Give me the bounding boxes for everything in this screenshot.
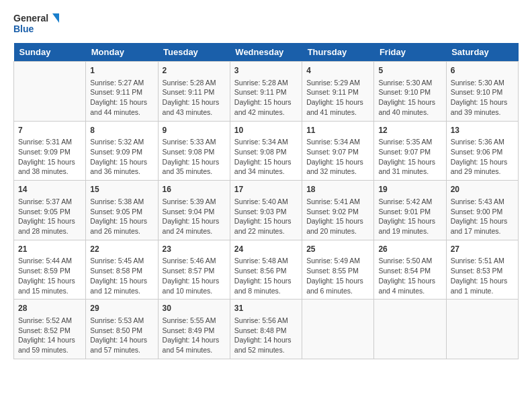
- weekday-header-cell: Thursday: [302, 43, 374, 62]
- day-info: Sunrise: 5:30 AM Sunset: 9:10 PM Dayligh…: [378, 78, 441, 118]
- day-info: Sunrise: 5:44 AM Sunset: 8:59 PM Dayligh…: [18, 256, 81, 295]
- calendar-day-cell: 18Sunrise: 5:41 AM Sunset: 9:02 PM Dayli…: [302, 181, 374, 240]
- day-info: Sunrise: 5:38 AM Sunset: 9:05 PM Dayligh…: [90, 197, 153, 236]
- day-number: 31: [234, 303, 298, 314]
- svg-text:General: General: [13, 13, 48, 24]
- calendar-day-cell: 2Sunrise: 5:28 AM Sunset: 9:11 PM Daylig…: [158, 62, 230, 122]
- weekday-header-cell: Friday: [374, 43, 446, 62]
- day-info: Sunrise: 5:51 AM Sunset: 8:53 PM Dayligh…: [451, 256, 514, 295]
- calendar-day-cell: 31Sunrise: 5:56 AM Sunset: 8:48 PM Dayli…: [230, 300, 302, 359]
- calendar-week-row: 14Sunrise: 5:37 AM Sunset: 9:05 PM Dayli…: [14, 181, 519, 240]
- day-number: 7: [18, 125, 81, 136]
- day-number: 22: [90, 244, 153, 255]
- calendar-day-cell: 11Sunrise: 5:34 AM Sunset: 9:07 PM Dayli…: [302, 121, 374, 181]
- day-number: 20: [451, 184, 514, 195]
- weekday-header-row: SundayMondayTuesdayWednesdayThursdayFrid…: [14, 43, 519, 62]
- calendar-day-cell: 27Sunrise: 5:51 AM Sunset: 8:53 PM Dayli…: [446, 240, 518, 300]
- day-info: Sunrise: 5:50 AM Sunset: 8:54 PM Dayligh…: [378, 256, 441, 295]
- calendar-day-cell: [14, 62, 86, 122]
- calendar-day-cell: 30Sunrise: 5:55 AM Sunset: 8:49 PM Dayli…: [158, 300, 230, 359]
- day-info: Sunrise: 5:52 AM Sunset: 8:52 PM Dayligh…: [18, 316, 81, 355]
- weekday-header-cell: Wednesday: [230, 43, 302, 62]
- calendar-day-cell: 24Sunrise: 5:48 AM Sunset: 8:56 PM Dayli…: [230, 240, 302, 300]
- day-number: 21: [18, 244, 81, 255]
- day-number: 6: [451, 65, 514, 77]
- calendar-day-cell: 6Sunrise: 5:30 AM Sunset: 9:10 PM Daylig…: [446, 62, 518, 122]
- calendar-day-cell: 9Sunrise: 5:33 AM Sunset: 9:08 PM Daylig…: [158, 121, 230, 181]
- day-info: Sunrise: 5:30 AM Sunset: 9:10 PM Dayligh…: [451, 78, 514, 118]
- day-info: Sunrise: 5:27 AM Sunset: 9:11 PM Dayligh…: [90, 78, 153, 118]
- day-number: 9: [163, 125, 226, 136]
- weekday-header-cell: Monday: [86, 43, 158, 62]
- weekday-header-cell: Saturday: [446, 43, 518, 62]
- day-info: Sunrise: 5:46 AM Sunset: 8:57 PM Dayligh…: [163, 256, 226, 295]
- logo: General Blue: [13, 11, 60, 38]
- day-number: 24: [234, 244, 298, 255]
- svg-marker-2: [52, 13, 59, 23]
- calendar-table: SundayMondayTuesdayWednesdayThursdayFrid…: [13, 43, 519, 359]
- weekday-header-cell: Tuesday: [158, 43, 230, 62]
- day-number: 11: [306, 125, 369, 136]
- calendar-day-cell: 23Sunrise: 5:46 AM Sunset: 8:57 PM Dayli…: [158, 240, 230, 300]
- day-number: 10: [234, 125, 298, 136]
- page-header: General Blue: [13, 11, 519, 38]
- day-number: 29: [90, 303, 153, 314]
- day-info: Sunrise: 5:39 AM Sunset: 9:04 PM Dayligh…: [163, 197, 226, 236]
- calendar-day-cell: 4Sunrise: 5:29 AM Sunset: 9:11 PM Daylig…: [302, 62, 374, 122]
- day-number: 13: [451, 125, 514, 136]
- day-number: 26: [378, 244, 441, 255]
- calendar-day-cell: 13Sunrise: 5:36 AM Sunset: 9:06 PM Dayli…: [446, 121, 518, 181]
- calendar-day-cell: 14Sunrise: 5:37 AM Sunset: 9:05 PM Dayli…: [14, 181, 86, 240]
- calendar-week-row: 1Sunrise: 5:27 AM Sunset: 9:11 PM Daylig…: [14, 62, 519, 122]
- day-number: 14: [18, 184, 81, 195]
- weekday-header-cell: Sunday: [14, 43, 86, 62]
- calendar-day-cell: 1Sunrise: 5:27 AM Sunset: 9:11 PM Daylig…: [86, 62, 158, 122]
- day-number: 5: [378, 65, 441, 77]
- day-info: Sunrise: 5:34 AM Sunset: 9:08 PM Dayligh…: [234, 137, 298, 177]
- calendar-day-cell: 28Sunrise: 5:52 AM Sunset: 8:52 PM Dayli…: [14, 300, 86, 359]
- day-info: Sunrise: 5:48 AM Sunset: 8:56 PM Dayligh…: [234, 256, 298, 295]
- day-info: Sunrise: 5:53 AM Sunset: 8:50 PM Dayligh…: [90, 316, 153, 355]
- day-info: Sunrise: 5:31 AM Sunset: 9:09 PM Dayligh…: [18, 137, 81, 177]
- calendar-day-cell: [302, 300, 374, 359]
- day-info: Sunrise: 5:28 AM Sunset: 9:11 PM Dayligh…: [234, 78, 298, 118]
- calendar-day-cell: [374, 300, 446, 359]
- calendar-day-cell: 25Sunrise: 5:49 AM Sunset: 8:55 PM Dayli…: [302, 240, 374, 300]
- calendar-week-row: 21Sunrise: 5:44 AM Sunset: 8:59 PM Dayli…: [14, 240, 519, 300]
- calendar-day-cell: 7Sunrise: 5:31 AM Sunset: 9:09 PM Daylig…: [14, 121, 86, 181]
- day-info: Sunrise: 5:45 AM Sunset: 8:58 PM Dayligh…: [90, 256, 153, 295]
- day-number: 2: [163, 65, 226, 77]
- day-number: 27: [451, 244, 514, 255]
- day-number: 1: [90, 65, 153, 77]
- day-number: 16: [163, 184, 226, 195]
- day-number: 19: [378, 184, 441, 195]
- day-number: 23: [163, 244, 226, 255]
- day-number: 4: [306, 65, 369, 77]
- day-number: 12: [378, 125, 441, 136]
- day-info: Sunrise: 5:36 AM Sunset: 9:06 PM Dayligh…: [451, 137, 514, 177]
- logo-svg: General Blue: [13, 11, 60, 38]
- calendar-day-cell: 3Sunrise: 5:28 AM Sunset: 9:11 PM Daylig…: [230, 62, 302, 122]
- day-info: Sunrise: 5:55 AM Sunset: 8:49 PM Dayligh…: [163, 316, 226, 355]
- day-info: Sunrise: 5:43 AM Sunset: 9:00 PM Dayligh…: [451, 197, 514, 236]
- day-info: Sunrise: 5:41 AM Sunset: 9:02 PM Dayligh…: [306, 197, 369, 236]
- day-info: Sunrise: 5:42 AM Sunset: 9:01 PM Dayligh…: [378, 197, 441, 236]
- calendar-week-row: 28Sunrise: 5:52 AM Sunset: 8:52 PM Dayli…: [14, 300, 519, 359]
- day-info: Sunrise: 5:29 AM Sunset: 9:11 PM Dayligh…: [306, 78, 369, 118]
- calendar-day-cell: [446, 300, 518, 359]
- day-info: Sunrise: 5:35 AM Sunset: 9:07 PM Dayligh…: [378, 137, 441, 177]
- calendar-week-row: 7Sunrise: 5:31 AM Sunset: 9:09 PM Daylig…: [14, 121, 519, 181]
- day-info: Sunrise: 5:56 AM Sunset: 8:48 PM Dayligh…: [234, 316, 298, 355]
- calendar-day-cell: 5Sunrise: 5:30 AM Sunset: 9:10 PM Daylig…: [374, 62, 446, 122]
- calendar-day-cell: 21Sunrise: 5:44 AM Sunset: 8:59 PM Dayli…: [14, 240, 86, 300]
- calendar-day-cell: 12Sunrise: 5:35 AM Sunset: 9:07 PM Dayli…: [374, 121, 446, 181]
- day-number: 30: [163, 303, 226, 314]
- day-info: Sunrise: 5:40 AM Sunset: 9:03 PM Dayligh…: [234, 197, 298, 236]
- day-info: Sunrise: 5:32 AM Sunset: 9:09 PM Dayligh…: [90, 137, 153, 177]
- calendar-body: 1Sunrise: 5:27 AM Sunset: 9:11 PM Daylig…: [14, 62, 519, 359]
- calendar-day-cell: 19Sunrise: 5:42 AM Sunset: 9:01 PM Dayli…: [374, 181, 446, 240]
- svg-text:Blue: Blue: [13, 24, 34, 34]
- day-info: Sunrise: 5:37 AM Sunset: 9:05 PM Dayligh…: [18, 197, 81, 236]
- day-number: 15: [90, 184, 153, 195]
- day-number: 3: [234, 65, 298, 77]
